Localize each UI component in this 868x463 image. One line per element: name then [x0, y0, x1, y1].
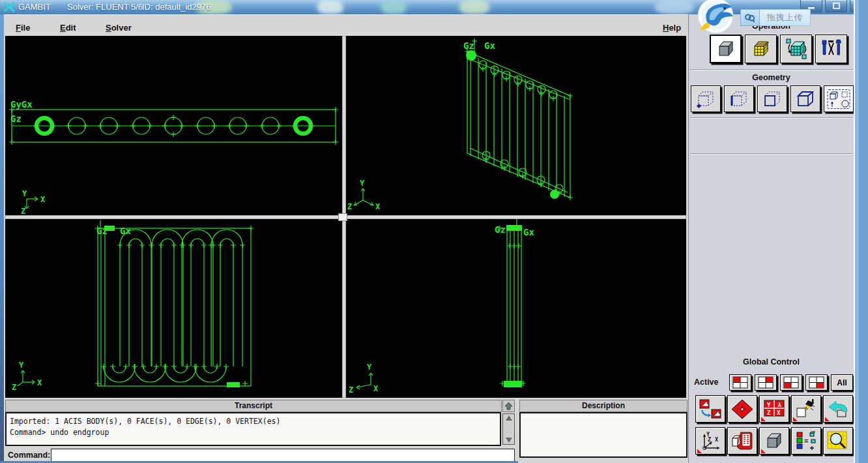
overlay-bird-logo[interactable]: [693, 0, 740, 37]
orient-axes-button[interactable]: Y Y Z X ◣: [759, 395, 789, 423]
submenu-indicator-icon: ◣: [825, 416, 830, 422]
svg-text:Z: Z: [21, 207, 25, 215]
scroll-up-icon[interactable]: [506, 415, 512, 421]
light-button[interactable]: ◣: [791, 395, 821, 423]
viewport-bottom-left[interactable]: Gz Gx Y X Z: [5, 219, 342, 398]
geometry-group-button[interactable]: [824, 85, 854, 112]
light-icon: [794, 398, 818, 420]
set-pivot-button[interactable]: [727, 395, 757, 423]
edge-icon: [728, 89, 750, 109]
session-id-label: ID: default_id2976: [142, 2, 211, 12]
svg-text:Z: Z: [708, 436, 711, 443]
sash-handle[interactable]: [338, 213, 347, 221]
quadrant-top-left-icon: [732, 376, 748, 389]
axis-triad: Y X Z: [12, 361, 42, 392]
viewport-top-left[interactable]: GyGx Gz Y X Z: [5, 36, 342, 215]
undo-button[interactable]: ◣: [823, 395, 853, 423]
svg-text:X: X: [37, 378, 42, 387]
orient-axes-icon: Y Y Z X: [763, 400, 785, 419]
svg-text:=: =: [804, 437, 808, 445]
gray-cube-icon: [715, 38, 737, 59]
svg-text:X: X: [715, 436, 718, 443]
color-code-icon: =: [794, 430, 818, 452]
active-all-button[interactable]: All: [831, 374, 853, 391]
maximize-button[interactable]: [825, 0, 847, 12]
svg-text:Z: Z: [347, 202, 352, 211]
examine-button[interactable]: [823, 427, 853, 455]
desktop-blur-blob: [381, 0, 406, 14]
gambit-logo-icon: [3, 1, 16, 13]
active-quadrant-top-left-button[interactable]: [729, 374, 751, 391]
minimize-icon: [807, 3, 815, 9]
submenu-indicator-icon: ◣: [697, 448, 702, 454]
svg-text:Y: Y: [767, 402, 771, 408]
transcript-expand-button[interactable]: [502, 400, 515, 412]
grid-label: Gz: [495, 224, 506, 235]
divider: [690, 117, 853, 119]
active-quadrant-bottom-left-button[interactable]: [780, 374, 802, 391]
axis-triad: Y X Z: [347, 179, 381, 211]
grid-label: Gz: [463, 40, 474, 51]
render-style-button[interactable]: ◣: [759, 427, 789, 455]
render-cube-icon: [763, 430, 785, 451]
window-frame-right: [854, 0, 868, 463]
active-quadrant-bottom-right-button[interactable]: [805, 374, 828, 391]
menu-help[interactable]: Help: [660, 22, 684, 34]
quadrant-bottom-left-icon: [783, 376, 799, 389]
vertex-icon: [695, 89, 717, 109]
operation-zones-button[interactable]: [780, 35, 812, 63]
geometry-edge-button[interactable]: [724, 85, 754, 112]
transcript-body[interactable]: Imported: 1 ACIS BODY(s), 0 FACE(s), 0 E…: [5, 412, 501, 446]
menubar: File Edit Solver Help: [5, 18, 686, 35]
svg-text:Y: Y: [367, 363, 372, 372]
menu-file[interactable]: File: [13, 22, 33, 34]
operation-tools-button[interactable]: [815, 35, 847, 63]
operation-geometry-button[interactable]: [710, 35, 742, 63]
drag-upload-widget[interactable]: 拖拽上传: [740, 9, 811, 26]
tools-icon: [820, 38, 843, 60]
quadrant-bottom-right-icon: [809, 376, 824, 389]
up-arrow-icon: [504, 402, 513, 410]
geometry-title: Geometry: [689, 73, 854, 82]
transcript-scrollbar[interactable]: [502, 413, 515, 445]
desktop-blur-blob: [655, 0, 694, 14]
menu-edit[interactable]: Edit: [57, 22, 79, 34]
active-label: Active: [694, 378, 719, 387]
geometry-face-button[interactable]: [757, 85, 787, 112]
undo-arrow-icon: [826, 398, 850, 420]
operation-mesh-button[interactable]: [745, 35, 777, 63]
color-code-button[interactable]: =: [791, 427, 821, 455]
face-icon: [761, 89, 783, 109]
group-icon: [826, 89, 851, 110]
grid-label: Gx: [484, 40, 495, 51]
yellow-mesh-cube-icon: [750, 38, 772, 59]
axis-triad-icon: Y Z X: [699, 430, 722, 452]
active-quadrant-top-right-button[interactable]: [755, 374, 777, 391]
scroll-down-icon[interactable]: [506, 438, 512, 443]
axis-triad: Y X Z: [21, 189, 46, 215]
description-header: Description: [519, 400, 687, 412]
pivot-diamond-icon: [731, 398, 754, 420]
display-attributes-button[interactable]: [727, 427, 757, 455]
fit-to-window-icon: [699, 398, 722, 420]
transcript-header: Transcript: [5, 400, 502, 412]
grid-label: Gx: [523, 227, 534, 237]
display-attributes-icon: [731, 430, 754, 452]
upload-link-icon: [740, 9, 760, 26]
viewport-top-right[interactable]: Gz Gx Y X Z: [346, 36, 686, 215]
gambit-window: GAMBIT Solver: FLUENT 5/6 ID: default_id…: [0, 0, 868, 463]
viewport-bottom-right[interactable]: Gz Gx Y X Z: [346, 219, 686, 398]
command-input[interactable]: [51, 449, 515, 462]
axis-triad-button[interactable]: Y Z X ◣: [695, 427, 725, 455]
grid-label: Gz: [10, 113, 22, 124]
volume-icon: [794, 89, 817, 109]
menu-solver[interactable]: Solver: [103, 22, 134, 34]
geometry-volume-button[interactable]: [790, 85, 820, 112]
axis-triad: Y X Z: [349, 363, 379, 395]
grid-label: GyGx: [10, 99, 33, 110]
fit-to-window-button[interactable]: [695, 395, 725, 423]
description-body: [519, 412, 687, 458]
geometry-vertex-button[interactable]: [691, 85, 721, 112]
svg-text:X: X: [373, 384, 379, 393]
desktop-blur-blob: [317, 0, 343, 14]
